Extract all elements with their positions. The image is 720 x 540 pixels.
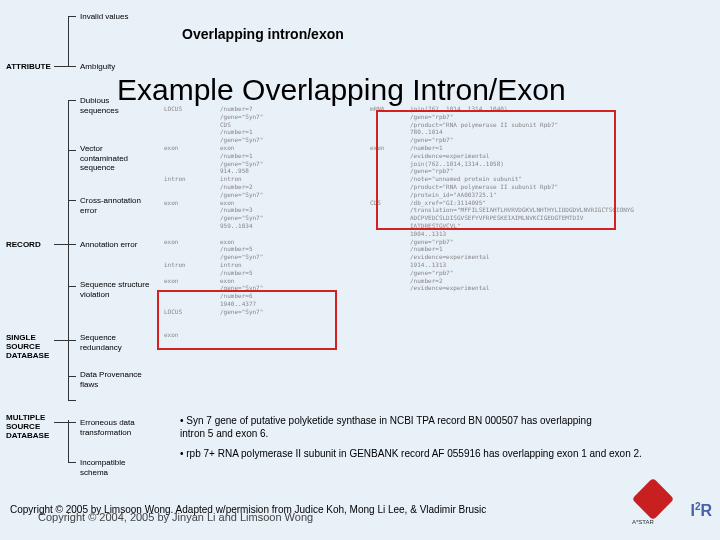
bracket-line [68, 376, 76, 377]
bracket-line [68, 100, 69, 400]
bracket-line [68, 462, 76, 463]
label-multiple: MULTIPLE SOURCE DATABASE [6, 413, 56, 440]
side-item: Data Provenance flaws [80, 370, 150, 389]
bracket-line [68, 200, 76, 201]
side-item: Sequence structure violation [80, 280, 150, 299]
logo-area: A*STAR I2R [627, 482, 712, 522]
bracket-line [54, 422, 68, 423]
bracket-line [54, 340, 76, 341]
side-item: Vector contaminated sequence [80, 144, 150, 173]
bracket-line [68, 422, 76, 423]
label-single: SINGLE SOURCE DATABASE [6, 333, 56, 360]
bracket-line [54, 244, 68, 245]
bullet-text: • rpb 7+ RNA polymerase II subunit in GE… [180, 447, 690, 460]
highlight-box [376, 110, 616, 230]
side-item: Ambiguity [80, 62, 150, 72]
bracket-line [54, 66, 68, 67]
bracket-line [68, 286, 76, 287]
bracket-line [68, 400, 76, 401]
bracket-line [68, 16, 69, 66]
side-item: Annotation error [80, 240, 150, 250]
side-item: Sequence redundancy [80, 333, 150, 352]
bracket-line [68, 16, 76, 17]
side-item: Cross-annotation error [80, 196, 150, 215]
copyright-text-2: Copyright © 2004, 2005 by Jinyan Li and … [38, 511, 313, 523]
i2r-logo: I2R [690, 501, 712, 520]
label-record: RECORD [6, 240, 41, 249]
astar-logo: A*STAR [632, 482, 676, 522]
side-item: Incompatible schema [80, 458, 150, 477]
label-attribute: ATTRIBUTE [6, 62, 51, 71]
side-item: Erroneous data transformation [80, 418, 150, 437]
highlight-box [157, 290, 337, 350]
bracket-line [68, 100, 76, 101]
section-header: Overlapping intron/exon [182, 26, 344, 42]
slide-title: Example Overlapping Intron/Exon [117, 73, 566, 107]
side-item: Invalid values [80, 12, 150, 22]
bracket-line [68, 420, 69, 462]
bracket-line [68, 66, 76, 67]
bullet-text: • Syn 7 gene of putative polyketide synt… [180, 414, 600, 440]
bracket-line [68, 244, 76, 245]
bracket-line [68, 150, 76, 151]
